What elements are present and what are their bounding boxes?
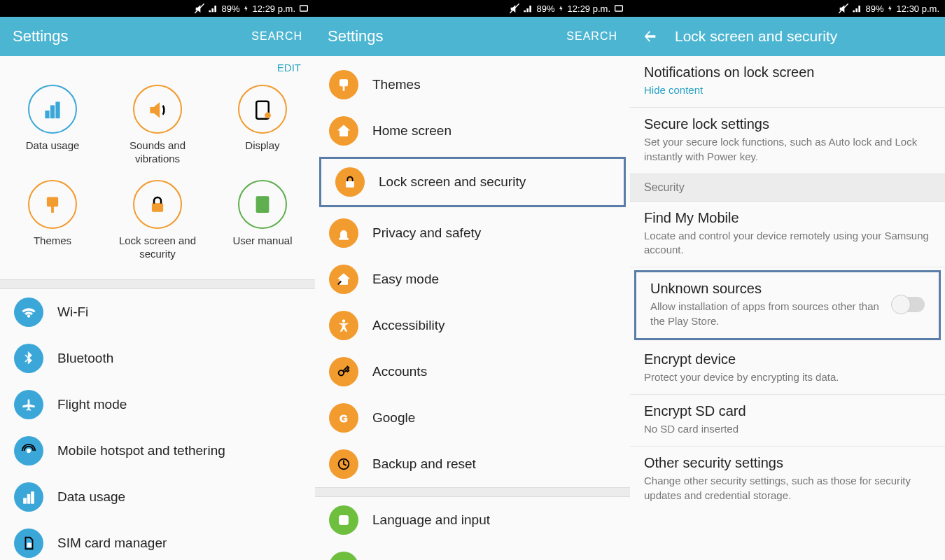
list-item-label: Accounts: [372, 364, 427, 379]
bars-icon: [14, 482, 43, 512]
siren-icon: [329, 218, 358, 248]
lang-icon: [329, 505, 358, 535]
list-item-wallpaper[interactable]: Wallpaper: [315, 56, 630, 62]
signal-icon: [852, 3, 863, 14]
key-icon: [329, 357, 358, 386]
row-subtitle: Hide content: [644, 83, 931, 97]
mute-icon: [838, 3, 849, 14]
list-item-key[interactable]: Accounts: [315, 349, 630, 395]
row-title: Other security settings: [644, 455, 931, 471]
list-item-plane[interactable]: Flight mode: [0, 382, 315, 428]
row-subtitle: No SD card inserted: [644, 422, 931, 436]
row-title: Encrypt device: [644, 351, 931, 368]
battery-pct: 89%: [222, 4, 240, 14]
status-time: 12:29 p.m.: [568, 4, 610, 14]
list-item-brush[interactable]: Themes: [315, 62, 630, 108]
list-item-hotspot[interactable]: Mobile hotspot and tethering: [0, 428, 315, 474]
list-item-label: Home screen: [372, 123, 451, 139]
lock-icon: [335, 167, 365, 197]
row-secure-lock[interactable]: Secure lock settings Set your secure loc…: [630, 108, 945, 174]
list-item-home[interactable]: Home screen: [315, 108, 630, 154]
list-item-access[interactable]: Accessibility: [315, 302, 630, 349]
status-time: 12:30 p.m.: [897, 4, 939, 14]
list-item-lock[interactable]: Lock screen and security: [321, 159, 624, 205]
list-item-easy[interactable]: Easy mode: [315, 256, 630, 302]
easy-icon: [329, 265, 358, 294]
lock-icon: [133, 180, 182, 229]
toggle-unknown-sources[interactable]: [892, 297, 925, 312]
battery-pct: 89%: [537, 4, 555, 14]
speaker-icon: [133, 85, 182, 134]
card-icon: [298, 3, 309, 14]
row-title: Secure lock settings: [644, 116, 931, 132]
page-title: Settings: [13, 27, 251, 46]
row-title: Encrypt SD card: [644, 403, 931, 419]
hotspot-icon: [14, 436, 43, 465]
bolt-icon: [243, 4, 250, 13]
quick-display[interactable]: Display: [210, 80, 315, 176]
mute-icon: [509, 3, 520, 14]
brush-icon: [28, 180, 77, 229]
list-item-siren[interactable]: Privacy and safety: [315, 210, 630, 256]
bolt-icon: [887, 4, 894, 13]
row-subtitle: Allow installation of apps from sources …: [650, 300, 884, 328]
list-item-battery[interactable]: Battery: [315, 543, 630, 560]
status-bar: 89% 12:30 p.m.: [630, 0, 945, 17]
row-notifications-lock[interactable]: Notifications on lock screen Hide conten…: [630, 56, 945, 108]
search-button[interactable]: SEARCH: [566, 30, 617, 43]
quick-lock[interactable]: Lock screen and security: [105, 176, 210, 271]
quick-speaker[interactable]: Sounds and vibrations: [105, 80, 210, 176]
highlight-unknown-sources: Unknown sources Allow installation of ap…: [634, 270, 941, 340]
section-header-security: Security: [630, 174, 945, 202]
list-item-sim[interactable]: SIM card manager: [0, 520, 315, 560]
quick-bars[interactable]: Data usage: [0, 80, 105, 176]
list-item-label: Flight mode: [57, 397, 127, 412]
list-item-label: Privacy and safety: [372, 225, 481, 241]
list-item-bars[interactable]: Data usage: [0, 474, 315, 520]
row-subtitle: Set your secure lock functions, such as …: [644, 135, 931, 164]
row-find-my-mobile[interactable]: Find My Mobile Locate and control your d…: [630, 202, 945, 268]
bars-icon: [28, 85, 77, 134]
quick-item-label: Data usage: [26, 139, 80, 166]
battery-icon: [329, 552, 358, 560]
quick-item-label: Sounds and vibrations: [108, 139, 207, 166]
header: Lock screen and security: [630, 17, 945, 56]
header: Settings SEARCH: [315, 17, 630, 56]
list-item-backup[interactable]: Backup and reset: [315, 441, 630, 487]
quick-item-label: Lock screen and security: [108, 234, 207, 261]
row-title: Find My Mobile: [644, 210, 931, 226]
list-item-label: Easy mode: [372, 272, 439, 287]
home-icon: [329, 116, 358, 146]
row-title: Notifications on lock screen: [644, 64, 931, 80]
status-time: 12:29 p.m.: [253, 4, 295, 14]
quick-brush[interactable]: Themes: [0, 176, 105, 271]
row-unknown-sources[interactable]: Unknown sources Allow installation of ap…: [636, 272, 939, 338]
edit-button[interactable]: EDIT: [0, 56, 315, 75]
list-item-label: Backup and reset: [372, 456, 476, 472]
list-item-bt[interactable]: Bluetooth: [0, 335, 315, 382]
header: Settings SEARCH: [0, 17, 315, 56]
backup-icon: [329, 449, 358, 479]
row-encrypt-sd[interactable]: Encrypt SD card No SD card inserted: [630, 395, 945, 447]
list-item-label: Language and input: [372, 512, 490, 528]
row-subtitle: Protect your device by encrypting its da…: [644, 370, 931, 384]
access-icon: [329, 311, 358, 340]
card-icon: [613, 3, 624, 14]
back-button[interactable]: [643, 29, 658, 44]
row-title: Unknown sources: [650, 281, 884, 297]
search-button[interactable]: SEARCH: [251, 30, 302, 43]
row-encrypt-device[interactable]: Encrypt device Protect your device by en…: [630, 343, 945, 395]
list-item-lang[interactable]: Language and input: [315, 497, 630, 543]
mute-icon: [194, 3, 205, 14]
google-icon: [329, 403, 358, 433]
quick-manual[interactable]: User manual: [210, 176, 315, 271]
list-item-label: Accessibility: [372, 318, 444, 333]
list-item-google[interactable]: Google: [315, 395, 630, 441]
status-bar: 89% 12:29 p.m.: [315, 0, 630, 17]
sim-icon: [14, 528, 43, 558]
row-other-security[interactable]: Other security settings Change other sec…: [630, 447, 945, 512]
status-bar: 89% 12:29 p.m.: [0, 0, 315, 17]
list-item-wifi[interactable]: Wi-Fi: [0, 289, 315, 335]
list-item-label: Lock screen and security: [379, 174, 526, 190]
bt-icon: [14, 344, 43, 373]
